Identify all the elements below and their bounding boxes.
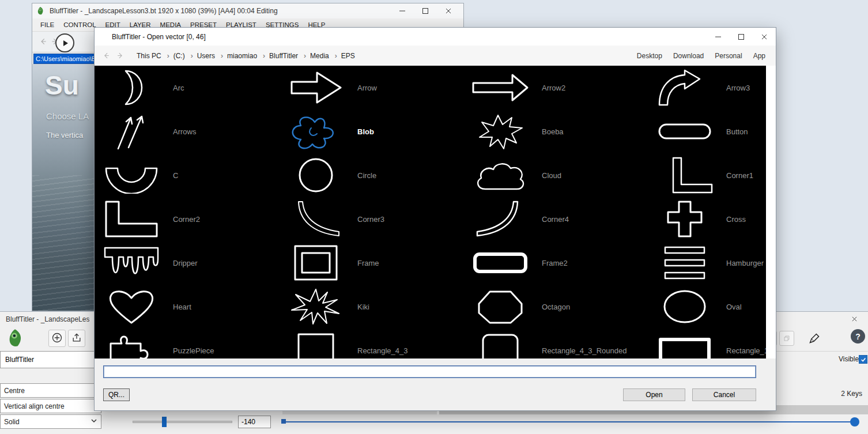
vector-item-label: Blob (357, 127, 374, 136)
qr-button[interactable]: QR... (103, 388, 130, 401)
layer-panel-title: BluffTitler - _LandscapeLes (6, 315, 89, 323)
vector-item-circle[interactable]: Circle (279, 153, 463, 197)
vector-item-arrows[interactable]: Arrows (95, 110, 279, 153)
play-button[interactable] (55, 33, 74, 52)
dripper-icon (95, 244, 168, 281)
file-path-input[interactable]: C:\Users\miaomiao\Bl (33, 54, 98, 64)
vertical-scrollbar[interactable] (766, 66, 776, 358)
layer-name-value[interactable] (4, 355, 97, 364)
vector-item-label: Oval (726, 303, 742, 311)
close-icon[interactable] (846, 314, 862, 325)
menu-control[interactable]: CONTROL (63, 21, 96, 28)
vector-item-cross[interactable]: Cross (648, 197, 766, 241)
vector-item-boeba[interactable]: Boeba (463, 110, 648, 153)
valign-dropdown[interactable]: Vertical align centre (0, 399, 101, 413)
vector-item-rectangle-4-3-rounded[interactable]: Rectangle_4_3_Rounded (463, 329, 648, 358)
vector-item-blob[interactable]: Blob (279, 110, 463, 153)
vector-item-arc[interactable]: Arc (95, 66, 279, 110)
rectangle-4-3-icon (279, 332, 353, 358)
arrow3-icon (648, 69, 722, 106)
quick-link-personal[interactable]: Personal (715, 52, 742, 60)
vector-item-rectangle-4-3[interactable]: Rectangle_4_3 (279, 329, 463, 358)
help-icon[interactable]: ? (851, 329, 865, 344)
pencil-icon[interactable] (805, 329, 824, 348)
value-slider-handle[interactable] (162, 417, 167, 427)
layer-name-input[interactable] (0, 351, 101, 368)
position-dropdown[interactable]: Centre (0, 383, 101, 398)
back-arrow-icon[interactable] (38, 36, 48, 47)
timeline-start-key-marker[interactable] (281, 419, 286, 424)
vector-item-corner2[interactable]: Corner2 (95, 197, 279, 241)
vector-item-label: Heart (173, 303, 191, 311)
export-button[interactable] (68, 330, 85, 347)
breadcrumb-this-pc[interactable]: This PC (135, 51, 163, 61)
vector-item-label: Boeba (542, 127, 564, 136)
vector-item-corner1[interactable]: Corner1 (648, 153, 766, 197)
position-dropdown-value: Centre (4, 387, 25, 395)
add-layer-button[interactable] (48, 330, 66, 347)
vector-item-label: Button (726, 127, 748, 136)
vector-item-frame2[interactable]: Frame2 (463, 241, 648, 285)
vector-item-corner3[interactable]: Corner3 (279, 197, 463, 241)
breadcrumb-eps[interactable]: EPS (331, 51, 357, 61)
dialog-title: BluffTitler - Open vector [0, 46] (112, 33, 206, 41)
oval-icon (648, 288, 722, 325)
vector-item-dripper[interactable]: Dripper (95, 241, 279, 285)
maximize-icon[interactable] (730, 30, 753, 44)
vector-item-octagon[interactable]: Octagon (463, 285, 648, 329)
main-window-titlebar: BluffTitler - _LandscapeLesson3.bt 1920 … (32, 3, 463, 18)
valign-dropdown-value: Vertical align centre (4, 402, 65, 410)
vector-item-rectangle-16-9[interactable]: Rectangle_16 (648, 329, 766, 358)
vector-item-corner4[interactable]: Corner4 (463, 197, 648, 241)
circle-icon (279, 157, 353, 194)
breadcrumb-media[interactable]: Media (300, 51, 331, 61)
breadcrumb-user[interactable]: miaomiao (217, 51, 259, 61)
keys-count-label: 2 Keys (841, 390, 862, 398)
open-button[interactable]: Open (623, 388, 685, 401)
menu-file[interactable]: FILE (40, 21, 54, 28)
quick-link-app[interactable]: App (753, 52, 765, 60)
vector-item-heart[interactable]: Heart (95, 285, 279, 329)
value-input-field[interactable] (239, 416, 270, 428)
vector-item-label: Corner4 (542, 215, 569, 224)
forward-arrow-icon[interactable] (114, 50, 126, 62)
breadcrumb-users[interactable]: Users (187, 51, 217, 61)
value-input[interactable] (238, 416, 271, 428)
vector-item-label: Kiki (357, 303, 369, 311)
vector-item-oval[interactable]: Oval (648, 285, 766, 329)
vector-item-button[interactable]: Button (648, 110, 766, 153)
breadcrumb-drive-c[interactable]: (C:) (163, 51, 187, 61)
open-vector-dialog: BluffTitler - Open vector [0, 46] This P… (94, 27, 776, 411)
vector-item-arrow[interactable]: Arrow (279, 66, 463, 110)
minimize-icon[interactable] (391, 4, 414, 18)
maximize-icon[interactable] (414, 4, 437, 18)
vector-item-label: Cloud (542, 171, 561, 180)
screen: BluffTitler - _LandscapeLesson3.bt 1920 … (0, 0, 868, 434)
quick-link-download[interactable]: Download (673, 52, 704, 60)
boeba-icon (463, 113, 537, 150)
close-icon[interactable] (753, 30, 776, 44)
vector-item-hamburger[interactable]: Hamburger (648, 241, 766, 285)
value-slider-track[interactable] (133, 421, 232, 423)
hamburger-icon (648, 244, 722, 281)
timeline-end-key-marker[interactable] (850, 417, 859, 427)
vector-item-arrow2[interactable]: Arrow2 (463, 66, 648, 110)
timeline-track[interactable] (282, 421, 858, 422)
vector-item-puzzlepiece[interactable]: PuzzlePiece (95, 329, 279, 358)
layers-icon[interactable] (779, 331, 794, 346)
style-dropdown[interactable]: Solid (0, 414, 101, 429)
visible-checkbox[interactable] (859, 355, 867, 364)
vector-item-frame[interactable]: Frame (279, 241, 463, 285)
vector-item-label: Corner1 (726, 171, 753, 180)
vector-item-arrow3[interactable]: Arrow3 (648, 66, 766, 110)
filename-input[interactable] (103, 365, 756, 378)
vector-item-kiki[interactable]: Kiki (279, 285, 463, 329)
close-icon[interactable] (437, 4, 460, 18)
quick-link-desktop[interactable]: Desktop (637, 52, 662, 60)
back-arrow-icon[interactable] (100, 50, 112, 62)
vector-item-cloud[interactable]: Cloud (463, 153, 648, 197)
minimize-icon[interactable] (707, 30, 730, 44)
vector-item-c[interactable]: C (95, 153, 279, 197)
cancel-button[interactable]: Cancel (692, 388, 756, 401)
breadcrumb-blufftitler[interactable]: BluffTitler (259, 51, 300, 61)
